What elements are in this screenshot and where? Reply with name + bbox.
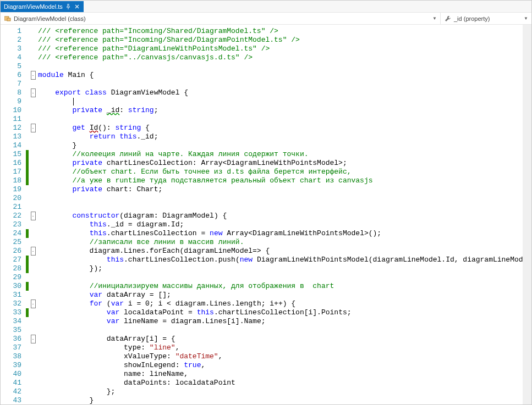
pin-icon[interactable] [65, 3, 72, 10]
code-line[interactable]: dataArray[i] = { [38, 335, 531, 343]
code-line[interactable]: } [38, 141, 531, 150]
change-marker [26, 150, 29, 159]
code-line[interactable]: this.chartLinesCollection = new Array<Di… [38, 229, 531, 238]
code-line[interactable]: get Id(): string { [38, 124, 531, 132]
code-line[interactable]: private chartLinesCollection: Array<Diag… [38, 159, 531, 168]
code-line[interactable]: //объект chart. Если быть точнее из d.ts… [38, 168, 531, 176]
code-line[interactable] [38, 203, 531, 212]
code-line[interactable]: module Main { [38, 71, 531, 80]
member-picker[interactable]: _id (property) ▼ [441, 13, 531, 24]
code-line[interactable]: /// <reference path="DiagramLineWithPoin… [38, 45, 531, 53]
line-number: 43 [1, 396, 21, 404]
code-line[interactable]: }; [38, 387, 531, 396]
line-number: 21 [1, 203, 21, 212]
close-icon[interactable] [74, 3, 80, 10]
fold-toggle[interactable]: - [31, 299, 36, 308]
line-number: 2 [1, 36, 21, 45]
line-number: 29 [1, 273, 21, 282]
code-line[interactable]: //инициализируем массивы данных, для ото… [38, 282, 531, 291]
line-number: 31 [1, 291, 21, 299]
change-marker [26, 168, 29, 176]
code-line[interactable]: return this._id; [38, 132, 531, 141]
chevron-down-icon: ▼ [524, 16, 528, 21]
line-number: 11 [1, 115, 21, 124]
vertical-scrollbar[interactable] [523, 25, 531, 404]
code-line[interactable] [38, 326, 531, 335]
code-line[interactable] [38, 194, 531, 203]
line-number: 25 [1, 238, 21, 247]
line-number: 1 [1, 27, 21, 36]
code-editor[interactable]: 1234567891011121314151617181920212223242… [1, 25, 531, 404]
line-number: 39 [1, 361, 21, 370]
code-line[interactable]: /// <reference path="Incoming/Shared/Dia… [38, 36, 531, 45]
line-number: 42 [1, 387, 21, 396]
text-caret [73, 98, 74, 106]
tab-title: DiagramViewModel.ts [4, 3, 63, 10]
code-line[interactable]: export class DiagramViewModel { [38, 88, 531, 97]
line-number: 5 [1, 62, 21, 71]
code-line[interactable]: constructor(diagram: DiagramModel) { [38, 212, 531, 220]
editor-window: DiagramViewModel.ts DiagramViewModel (cl… [0, 0, 532, 405]
line-number: 9 [1, 97, 21, 106]
code-line[interactable]: this.chartLinesCollection.push(new Diagr… [38, 256, 531, 264]
document-tab-bar: DiagramViewModel.ts [1, 1, 531, 13]
line-number-gutter: 1234567891011121314151617181920212223242… [1, 25, 26, 404]
line-number: 38 [1, 352, 21, 361]
change-marker [26, 159, 29, 168]
line-number: 12 [1, 124, 21, 132]
code-line[interactable] [38, 80, 531, 88]
code-line[interactable]: var lineName = diagram.Lines[i].Name; [38, 317, 531, 326]
code-line[interactable]: var localdataPoint = this.chartLinesColl… [38, 308, 531, 317]
code-line[interactable]: //а уже в runtime туда подставляется реа… [38, 176, 531, 185]
line-number: 19 [1, 185, 21, 194]
line-number: 35 [1, 326, 21, 335]
member-picker-label: _id (property) [454, 15, 490, 22]
code-line[interactable]: this._id = diagram.Id; [38, 220, 531, 229]
code-navigation-bar: DiagramViewModel (class) ▼ _id (property… [1, 13, 531, 25]
line-number: 17 [1, 168, 21, 176]
line-number: 20 [1, 194, 21, 203]
code-line[interactable]: /// <reference path="../canvasjs/canvasj… [38, 53, 531, 62]
line-number: 26 [1, 247, 21, 256]
code-line[interactable]: }); [38, 264, 531, 273]
active-document-tab[interactable]: DiagramViewModel.ts [1, 1, 84, 12]
code-line[interactable]: type: "line", [38, 343, 531, 352]
code-line[interactable]: private chart: Chart; [38, 185, 531, 194]
line-number: 24 [1, 229, 21, 238]
change-marker [26, 229, 29, 238]
fold-toggle[interactable]: - [31, 124, 36, 132]
line-number: 37 [1, 343, 21, 352]
code-line[interactable]: dataPoints: localdataPoint [38, 379, 531, 387]
code-line[interactable]: name: lineName, [38, 370, 531, 379]
code-line[interactable] [38, 115, 531, 124]
code-line[interactable]: private _id: string; [38, 106, 531, 115]
fold-toggle[interactable]: - [31, 71, 36, 80]
class-picker[interactable]: DiagramViewModel (class) ▼ [1, 13, 441, 24]
line-number: 32 [1, 299, 21, 308]
code-line[interactable] [38, 97, 531, 106]
line-number: 40 [1, 370, 21, 379]
code-line[interactable]: } [38, 396, 531, 404]
code-line[interactable]: //колееция линий на чарте. Каждая линия … [38, 150, 531, 159]
code-line[interactable]: showInLegend: true, [38, 361, 531, 370]
code-line[interactable]: diagram.Lines.forEach(diagramLineModel=>… [38, 247, 531, 256]
fold-toggle[interactable]: - [31, 88, 36, 97]
change-marker [26, 256, 29, 264]
code-line[interactable]: /// <reference path="Incoming/Shared/Dia… [38, 27, 531, 36]
line-number: 10 [1, 106, 21, 115]
change-marker [26, 282, 29, 291]
code-line[interactable]: //записали все линии в массив линий. [38, 238, 531, 247]
line-number: 41 [1, 379, 21, 387]
line-number: 8 [1, 88, 21, 97]
wrench-icon [444, 15, 452, 22]
fold-toggle[interactable]: - [31, 247, 36, 256]
code-line[interactable]: xValueType: "dateTime", [38, 352, 531, 361]
outlining-margin: ------- [29, 25, 37, 404]
code-line[interactable] [38, 62, 531, 71]
fold-toggle[interactable]: - [31, 335, 36, 343]
code-line[interactable] [38, 273, 531, 282]
code-area[interactable]: /// <reference path="Incoming/Shared/Dia… [37, 25, 531, 404]
code-line[interactable]: var dataArray = []; [38, 291, 531, 299]
fold-toggle[interactable]: - [31, 212, 36, 220]
code-line[interactable]: for (var i = 0; i < diagram.Lines.length… [38, 299, 531, 308]
